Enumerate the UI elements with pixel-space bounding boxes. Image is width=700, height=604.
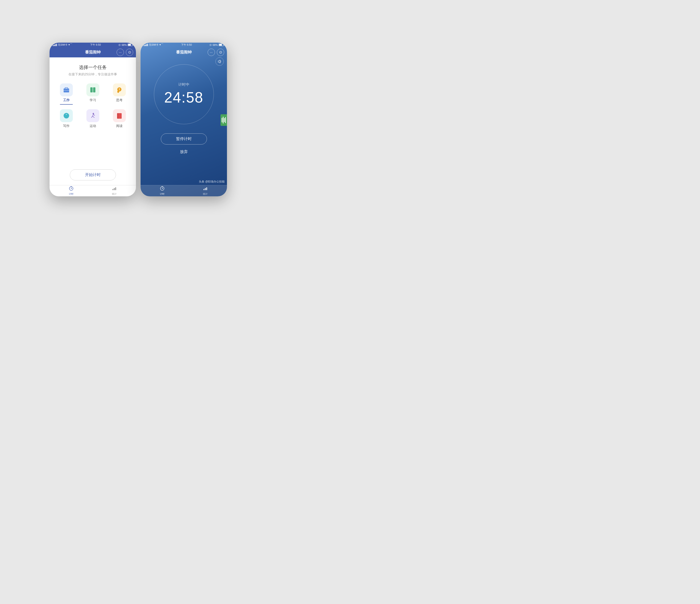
svg-rect-30 [205,188,206,190]
location-icon: ◎ [119,43,121,46]
signal-icon-right [144,44,148,46]
task-label-study: 学习 [90,98,96,102]
phones-container: 无SIM卡 ▾⌒ 下午 6:50 ◎ 68% 番茄闹钟 ··· ⊙ 选择一个任务 [50,43,227,196]
tab-stats-label-left: 统计 [112,193,117,196]
svg-rect-22 [114,188,115,190]
tab-stats-left[interactable]: 统计 [93,185,136,196]
timer-display: 24:58 [164,89,203,106]
task-icon-write: " [60,109,73,122]
battery-fill-right [219,44,222,46]
study-svg [89,86,97,94]
phone-left: 无SIM卡 ▾⌒ 下午 6:50 ◎ 68% 番茄闹钟 ··· ⊙ 选择一个任务 [50,43,136,196]
svg-rect-16 [118,113,118,119]
write-svg: " [63,112,70,119]
select-subtitle: 在接下来的25分钟，专注做这件事 [69,72,117,76]
give-up-button[interactable]: 放弃 [180,149,188,154]
main-content-left: 选择一个任务 在接下来的25分钟，专注做这件事 工作 [50,57,136,185]
task-icon-work [60,83,73,96]
sound-button[interactable] [216,57,224,66]
read-svg [116,112,123,119]
task-label-work: 工作 [63,98,70,102]
timer-circle: 计时中 24:58 [154,64,214,124]
select-title: 选择一个任务 [79,64,107,71]
svg-rect-31 [206,187,207,190]
battery-icon-right [219,44,224,46]
task-label-read: 阅读 [116,124,123,128]
task-icon-sport [86,109,99,122]
tab-stats-right[interactable]: 统计 [184,185,227,196]
nav-actions-right: ··· ⊙ [208,49,224,56]
task-icon-study [86,83,99,96]
svg-rect-21 [112,189,114,190]
sport-svg [89,112,97,119]
wifi-icon: ▾⌒ [69,43,73,47]
tab-timer-label-right: 计时 [160,193,165,196]
svg-marker-24 [218,60,220,63]
sound-icon [218,59,222,64]
svg-line-12 [92,116,93,118]
task-item-write[interactable]: " 写作 [54,109,78,128]
battery-fill [128,44,131,46]
task-label-think: 思考 [116,98,123,102]
more-button-right[interactable]: ··· [208,49,215,56]
tab-stats-icon-right [203,186,208,192]
task-item-study[interactable]: 学习 [81,83,105,105]
svg-text:?: ? [119,88,120,91]
tab-bar-right: 计时 统计 [141,185,227,196]
task-item-sport[interactable]: 运动 [81,109,105,128]
svg-rect-23 [115,187,116,190]
tab-timer-label-left: 计时 [69,193,74,196]
app-title-right: 番茄闹钟 [176,50,192,55]
work-svg [63,86,70,94]
task-icon-think: ? [113,83,126,96]
task-label-write: 写作 [63,124,70,128]
status-bar-right: 无SIM卡 ▾⌒ 下午 6:50 ◎ 68% [141,43,227,47]
watermark: 头条 @职场办公技能 [199,180,225,184]
svg-point-7 [117,91,119,93]
nav-bar-left: 番茄闹钟 ··· ⊙ [50,47,136,57]
nav-bar-right: 番茄闹钟 ··· ⊙ [141,47,227,57]
battery-percent: 68% [122,44,127,46]
tab-timer-right[interactable]: 计时 [141,185,184,196]
tab-bar-left: 计时 统计 [50,185,136,196]
phone-right: 无SIM卡 ▾⌒ 下午 6:50 ◎ 68% 番茄闹钟 ··· ⊙ [141,43,227,196]
tab-timer-left[interactable]: 计时 [50,185,93,196]
location-icon-right: ◎ [209,43,212,46]
battery-percent-right: 68% [213,44,218,46]
main-content-right: 计时中 24:58 暂停计时 放弃 [141,57,227,185]
task-icon-read [113,109,126,122]
more-button-left[interactable]: ··· [117,49,124,56]
task-item-think[interactable]: ? 思考 [107,83,131,105]
wave-bar-4 [225,117,226,123]
task-item-work[interactable]: 工作 [54,83,78,105]
carrier-text: 无SIM卡 [58,43,68,47]
start-button[interactable]: 开始计时 [70,169,116,180]
app-title-left: 番茄闹钟 [85,50,101,55]
svg-rect-29 [203,189,204,190]
audio-wave [221,114,227,126]
task-underline-work [60,104,73,105]
tab-timer-icon-left [69,186,74,192]
stats-icon-svg-right [203,186,208,191]
tab-stats-label-right: 统计 [203,193,208,196]
nav-actions-left: ··· ⊙ [117,49,133,56]
target-button-left[interactable]: ⊙ [126,49,133,56]
status-bar-right-left: 无SIM卡 ▾⌒ [144,43,164,47]
svg-rect-1 [65,87,68,89]
think-svg: ? [116,86,123,94]
svg-rect-4 [93,87,95,93]
carrier-text-right: 无SIM卡 [149,43,158,47]
wave-bar-2 [223,117,224,124]
timer-icon-svg [69,186,74,191]
task-item-read[interactable]: 阅读 [107,109,131,128]
task-label-sport: 运动 [90,124,96,128]
tab-timer-icon-right [160,186,165,192]
svg-rect-3 [90,87,93,93]
task-grid: 工作 学习 [54,83,131,128]
pause-button[interactable]: 暂停计时 [161,133,207,145]
svg-line-11 [93,114,93,116]
stats-icon-svg-left [112,186,117,191]
status-bar-right-section-r: ◎ 68% [209,43,224,46]
wifi-icon-right: ▾⌒ [159,43,164,47]
target-button-right[interactable]: ⊙ [217,49,224,56]
